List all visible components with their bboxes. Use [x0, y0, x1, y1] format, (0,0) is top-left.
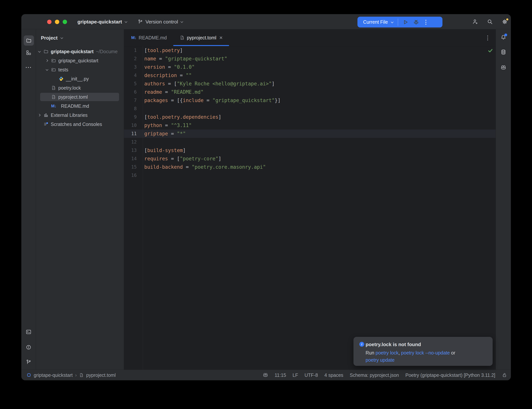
tree-row-tests[interactable]: tests [36, 65, 124, 74]
zoom-window-button[interactable] [63, 20, 67, 24]
code-editor[interactable]: 12345678910111213141516 [tool.poetry]nam… [124, 46, 496, 370]
line-number: 2 [124, 55, 137, 63]
structure-icon[interactable] [26, 50, 31, 56]
line-number: 14 [124, 155, 137, 163]
source-folder-icon [51, 58, 56, 63]
code-line: requires = ["poetry-core"] [144, 155, 281, 163]
status-bar: griptape-quickstart › [T] pyproject.toml… [21, 370, 511, 380]
tree-item-label: poetry.lock [58, 85, 81, 91]
unlock-icon[interactable] [502, 372, 507, 378]
code-key: tool.poetry [147, 47, 180, 53]
notification-popup[interactable]: i poetry.lock is not found Run poetry lo… [353, 337, 493, 366]
code-punct: [ [144, 47, 147, 53]
status-widget-lf[interactable]: LF [293, 372, 298, 378]
code-key: build-backend [144, 164, 183, 170]
status-widget-utf-8[interactable]: UTF-8 [304, 372, 318, 378]
tree-row-griptape-quickstart[interactable]: griptape-quickstart~/Docume [36, 47, 124, 56]
editor-gutter[interactable]: 12345678910111213141516 [124, 46, 137, 179]
run-config-label[interactable]: Current File [363, 19, 388, 25]
info-icon: i [359, 342, 364, 347]
vcs-widget[interactable]: Version control [146, 19, 178, 25]
code-string: "griptape-quickstart" [165, 56, 227, 62]
code-line [144, 138, 281, 146]
toml-icon: [T] [180, 35, 184, 40]
notification-link[interactable]: poetry lock --no-update [401, 350, 450, 355]
tree-row-pyproject-toml[interactable]: [T]pyproject.toml [36, 93, 124, 102]
code-lines[interactable]: [tool.poetry]name = "griptape-quickstart… [144, 46, 281, 179]
problems-icon[interactable] [26, 344, 31, 350]
tab-readme[interactable]: M↓ README.md [125, 29, 173, 46]
code-string: "*" [177, 131, 186, 137]
tab-pyproject-toml[interactable]: [T] pyproject.toml × [173, 29, 229, 46]
project-switcher[interactable]: griptape-quickstart [77, 19, 122, 25]
notification-link[interactable]: poetry lock [376, 350, 399, 355]
close-window-button[interactable] [47, 20, 52, 24]
gear-icon[interactable] [502, 19, 508, 25]
code-punct: }] [275, 98, 281, 103]
code-key: readme [144, 89, 162, 95]
status-widget-4-spaces[interactable]: 4 spaces [324, 372, 343, 378]
notification-dot [504, 34, 507, 36]
line-number: 8 [124, 104, 137, 113]
breadcrumb-project[interactable]: griptape-quickstart [34, 372, 73, 378]
code-punct: = [203, 98, 212, 103]
debug-button[interactable] [413, 19, 419, 25]
tree-row-scratches-and-consoles[interactable]: Scratches and Consoles [36, 120, 124, 129]
line-number: 12 [124, 138, 137, 146]
right-tool-window-bar [496, 29, 511, 370]
tree-row-poetry-lock[interactable]: [T]poetry.lock [36, 83, 124, 93]
code-punct: = [{ [168, 98, 183, 103]
run-configuration-widget[interactable]: Current File ⋮ [358, 17, 442, 28]
project-panel-header[interactable]: Project [36, 33, 63, 43]
chevron-down-icon[interactable] [45, 69, 51, 71]
tab-label: README.md [138, 35, 167, 40]
code-key: version [144, 64, 165, 70]
code-line: [build-system] [144, 146, 281, 155]
code-punct: ] [180, 47, 183, 53]
project-tool-window-button[interactable] [24, 35, 34, 46]
tree-row-readme-md[interactable]: M↓README.md [36, 102, 124, 111]
line-number: 1 [124, 46, 137, 55]
line-number: 6 [124, 88, 137, 96]
add-user-icon[interactable] [472, 19, 478, 25]
line-number: 16 [124, 171, 137, 179]
minimize-window-button[interactable] [55, 20, 59, 24]
run-button[interactable] [402, 19, 409, 25]
notification-link[interactable]: poetry update [366, 357, 394, 363]
breadcrumb-file[interactable]: pyproject.toml [86, 372, 116, 378]
bell-icon[interactable] [500, 34, 506, 40]
scratches-icon [44, 122, 48, 127]
database-icon[interactable] [500, 49, 506, 55]
line-number: 13 [124, 146, 137, 155]
search-icon[interactable] [487, 19, 493, 25]
branch-icon[interactable] [26, 359, 31, 365]
chevron-right-icon[interactable] [37, 114, 44, 116]
terminal-icon[interactable] [26, 329, 31, 335]
breadcrumb[interactable]: griptape-quickstart › [T] pyproject.toml [27, 370, 116, 380]
chevron-down-icon[interactable] [37, 51, 44, 52]
tree-item-label: griptape_quickstart [58, 58, 98, 64]
more-tool-windows-icon[interactable]: ⋯ [25, 64, 32, 71]
status-widget-poetry-griptape-quicksta[interactable]: Poetry (griptape-quickstart) [Python 3.1… [405, 372, 495, 378]
more-run-options-button[interactable]: ⋮ [423, 19, 429, 25]
code-punct: = [177, 73, 186, 78]
tree-item-label: README.md [61, 103, 89, 109]
status-widget-schema-pyproject-json[interactable]: Schema: pyproject.json [350, 372, 399, 378]
code-string: "0.1.0" [174, 64, 195, 70]
code-punct: ] [218, 156, 221, 161]
code-punct: = [168, 131, 177, 137]
ai-assistant-icon[interactable] [500, 65, 506, 71]
code-string: "Kyle Roche <hello@griptape.ai>" [177, 81, 272, 86]
status-widget-11-15[interactable]: 11:15 [275, 372, 286, 378]
chevron-right-icon[interactable] [45, 60, 51, 62]
code-string: "poetry.core.masonry.api" [192, 164, 266, 170]
close-icon[interactable]: × [220, 35, 223, 40]
tab-options-icon[interactable]: ⋮ [485, 29, 491, 46]
tree-row-external-libraries[interactable]: External Libraries [36, 111, 124, 120]
code-line: build-backend = "poetry.core.masonry.api… [144, 163, 281, 171]
tree-row--init-py[interactable]: __init__.py [36, 74, 124, 83]
tree-row-griptape-quickstart[interactable]: griptape_quickstart [36, 56, 124, 65]
code-key: python [144, 122, 162, 128]
editor-tab-bar: M↓ README.md [T] pyproject.toml × ⋮ [124, 29, 496, 46]
ai-assistant-icon[interactable] [263, 372, 268, 378]
